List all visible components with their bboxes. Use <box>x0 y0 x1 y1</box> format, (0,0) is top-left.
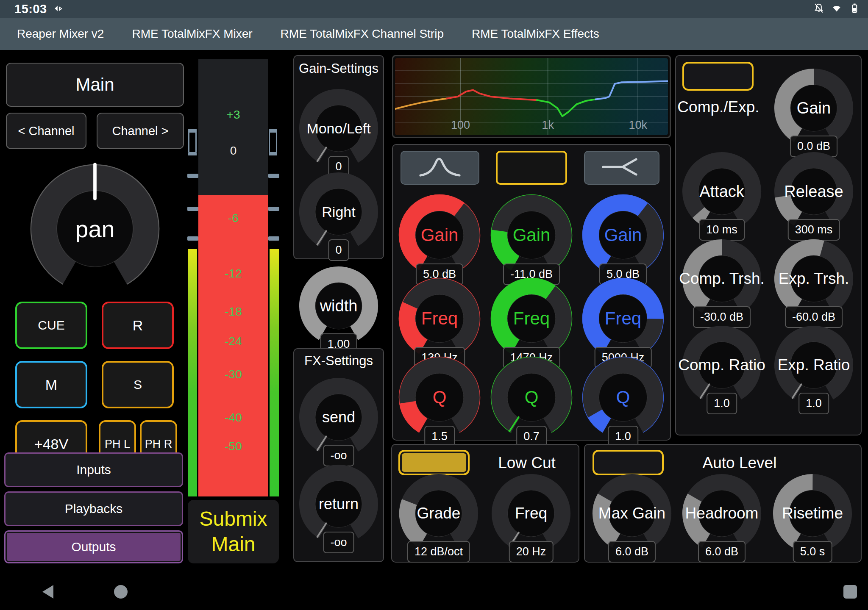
autolevel-enable-toggle[interactable] <box>593 450 664 475</box>
level-meter-left-strip <box>188 249 197 496</box>
mute-button[interactable]: M <box>15 361 87 408</box>
eq-response-panel: 1001k10k <box>392 55 671 138</box>
android-status-bar: 15:03 <box>0 0 868 18</box>
meter-scale-label: -12 <box>198 267 268 280</box>
knob-label: Gain <box>604 225 642 245</box>
knob-label: Gain <box>421 225 459 245</box>
bank-inputs-button[interactable]: Inputs <box>4 452 183 487</box>
dynamics-enable-toggle[interactable] <box>682 62 754 91</box>
knob-label: Risetime <box>782 505 843 522</box>
eq-band2-freq-knob[interactable]: Freq1470 Hz <box>490 277 573 360</box>
knob-label: Freq <box>513 308 550 329</box>
knob-label: Freq <box>421 308 458 329</box>
fader-tick <box>268 207 279 211</box>
svg-text:1k: 1k <box>542 119 554 131</box>
knob-label: Headroom <box>685 505 759 522</box>
tab-reaper-mixer[interactable]: Reaper Mixer v2 <box>17 27 104 41</box>
right-gain-knob[interactable]: Right0 <box>298 172 379 252</box>
knob-label: Attack <box>699 183 744 201</box>
eq-band2-type-button[interactable] <box>496 151 567 185</box>
eq-band1-q-knob[interactable]: Q1.5 <box>398 356 481 439</box>
android-recents-button[interactable] <box>843 585 857 599</box>
autolevel-risetime-knob[interactable]: Risetime5.0 s <box>772 473 853 554</box>
autolevel-maxgain-knob[interactable]: Max Gain6.0 dB <box>592 473 672 554</box>
cue-button[interactable]: CUE <box>15 302 87 349</box>
stereo-width-knob[interactable]: width1.00 <box>298 266 379 346</box>
battery-icon <box>849 2 860 16</box>
fader-scale-handle-right <box>269 131 277 153</box>
autolevel-title: Auto Level <box>703 454 777 472</box>
comp-attack-knob[interactable]: Attack10 ms <box>682 151 762 232</box>
knob-label: Exp. Trsh. <box>779 270 849 288</box>
knob-value: -60.0 dB <box>785 306 843 328</box>
lowcut-enable-toggle[interactable] <box>398 450 470 475</box>
level-meter: +30-6-12-18-24-30-40-50 <box>198 59 268 496</box>
monoleft-gain-knob[interactable]: Mono/Left0 <box>298 88 379 169</box>
fx-settings-title: FX-Settings <box>294 353 383 369</box>
record-button[interactable]: R <box>102 302 174 349</box>
knob-label: return <box>319 495 359 513</box>
prev-channel-button[interactable]: < Channel <box>6 113 86 149</box>
meter-scale-label: -18 <box>198 305 268 319</box>
solo-button[interactable]: S <box>102 361 174 408</box>
knob-value: 300 ms <box>788 219 840 241</box>
knob-label: Exp. Ratio <box>778 356 850 374</box>
knob-label: Gain <box>513 225 551 245</box>
lowcut-freq-knob[interactable]: Freq20 Hz <box>491 473 571 554</box>
eq-band1-type-button[interactable] <box>401 151 479 185</box>
level-meter-right-strip <box>270 249 279 496</box>
bank-outputs-button[interactable]: Outputs <box>4 530 183 563</box>
exp-threshold-knob[interactable]: Exp. Trsh.-60.0 dB <box>773 238 854 319</box>
fx-return-knob[interactable]: return-oo <box>298 464 379 544</box>
eq-band3-freq-knob[interactable]: Freq5000 Hz <box>581 277 665 360</box>
comp-threshold-knob[interactable]: Comp. Trsh.-30.0 dB <box>682 238 762 319</box>
eq-band2-gain-knob[interactable]: Gain-11.0 dB <box>490 194 573 277</box>
knob-label: Grade <box>417 505 461 522</box>
eq-band2-q-knob[interactable]: Q0.7 <box>490 356 573 439</box>
meter-scale-label: -30 <box>198 368 268 381</box>
layout-tab-bar: Reaper Mixer v2 RME TotalMixFX Mixer RME… <box>0 18 868 50</box>
knob-label: Right <box>322 204 355 220</box>
autolevel-headroom-knob[interactable]: Headroom6.0 dB <box>682 473 762 554</box>
comp-gain-knob[interactable]: Gain0.0 dB <box>773 68 854 148</box>
status-icons <box>813 0 860 18</box>
next-channel-button[interactable]: Channel > <box>97 113 184 149</box>
tab-totalmix-effects[interactable]: RME TotalMixFX Effects <box>472 27 599 41</box>
meter-scale-label: -6 <box>198 211 268 225</box>
comp-release-knob[interactable]: Release300 ms <box>773 151 854 232</box>
dynamics-title: Comp./Exp. <box>677 98 759 116</box>
knob-value: 1.0 <box>707 393 737 414</box>
knob-value: 5.0 s <box>793 541 832 563</box>
knob-label: Comp. Ratio <box>678 356 765 374</box>
fx-send-knob[interactable]: send-oo <box>298 377 379 458</box>
knob-label: Q <box>616 387 630 408</box>
knob-value: -30.0 dB <box>693 306 751 328</box>
knob-value: 10 ms <box>699 219 745 241</box>
volume-icon <box>53 3 64 14</box>
meter-scale-label: -50 <box>198 440 268 453</box>
notifications-off-icon <box>813 2 825 16</box>
android-back-button[interactable] <box>42 585 53 599</box>
comp-ratio-knob[interactable]: Comp. Ratio1.0 <box>682 325 762 405</box>
eq-band3-q-knob[interactable]: Q1.0 <box>581 356 665 439</box>
eq-band1-freq-knob[interactable]: Freq139 Hz <box>398 277 481 360</box>
exp-ratio-knob[interactable]: Exp. Ratio1.0 <box>773 325 854 405</box>
tab-totalmix-mixer[interactable]: RME TotalMixFX Mixer <box>132 27 252 41</box>
pan-knob[interactable]: pan <box>29 163 161 294</box>
knob-value: -oo <box>323 532 354 553</box>
channel-name-button[interactable]: Main <box>6 63 184 107</box>
eq-response-graph: 1001k10k <box>395 58 668 135</box>
tab-totalmix-channel-strip[interactable]: RME TotalMixFX Channel Strip <box>281 27 444 41</box>
knob-label: Mono/Left <box>306 120 370 137</box>
eq-band3-type-button[interactable] <box>584 151 659 185</box>
lowcut-grade-knob[interactable]: Grade12 dB/oct <box>398 473 479 554</box>
meter-scale-label: -40 <box>198 411 268 424</box>
fader-scale-handle-left <box>188 131 197 153</box>
knob-label: send <box>322 408 355 426</box>
android-home-button[interactable] <box>114 585 128 599</box>
eq-band3-gain-knob[interactable]: Gain5.0 dB <box>581 194 665 277</box>
bank-playbacks-button[interactable]: Playbacks <box>4 491 183 526</box>
meter-scale-label: 0 <box>198 144 268 158</box>
eq-band1-gain-knob[interactable]: Gain5.0 dB <box>398 194 481 277</box>
peak-filter-icon <box>415 155 465 180</box>
